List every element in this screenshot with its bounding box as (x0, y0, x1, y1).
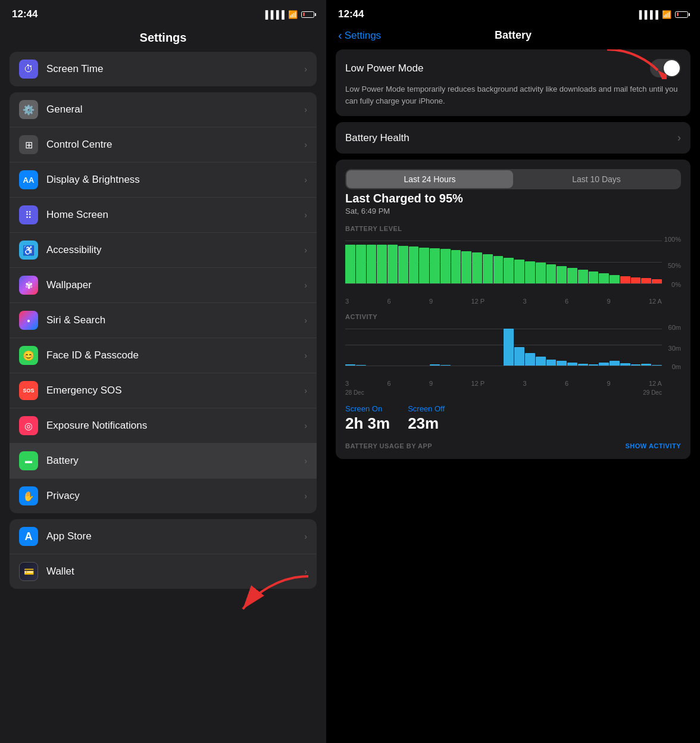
show-activity-label: SHOW ACTIVITY (626, 442, 681, 449)
activity-chart-label: ACTIVITY (345, 313, 681, 320)
right-status-icons: ▐▐▐▐ 📶 (636, 10, 688, 19)
exposure-label: Exposure Notifications (46, 420, 299, 432)
wallpaper-icon: ✾ (19, 276, 38, 295)
usage-by-app-label: BATTERY USAGE BY APP (345, 442, 432, 449)
right-panel: 12:44 ▐▐▐▐ 📶 ‹ Settings Battery Low Powe… (326, 0, 700, 743)
low-power-wrapper: Low Power Mode Low Power Mode temporaril… (336, 49, 690, 116)
activity-y-30: 30m (668, 345, 681, 352)
siri-item[interactable]: ● Siri & Search › (10, 303, 317, 338)
appstore-item[interactable]: A App Store › (10, 519, 317, 554)
screen-time-chevron: › (304, 64, 307, 74)
siri-label: Siri & Search (46, 314, 299, 326)
battery-x-labels: 3 6 9 12 P 3 6 9 12 A (345, 298, 681, 305)
accessibility-icon: ♿ (19, 241, 38, 260)
right-page-title: Battery (495, 29, 532, 42)
activity-chart: 60m 30m 0m (345, 324, 681, 377)
right-status-bar: 12:44 ▐▐▐▐ 📶 (326, 0, 700, 26)
left-panel: 12:44 ▐▐▐▐ 📶 Settings ⏱ Screen Time › (0, 0, 326, 743)
wallet-item[interactable]: 💳 Wallet › (10, 554, 317, 589)
home-screen-label: Home Screen (46, 209, 299, 221)
sos-label: Emergency SOS (46, 385, 299, 397)
right-battery-icon (675, 11, 688, 18)
sos-item[interactable]: SOS Emergency SOS › (10, 373, 317, 408)
siri-icon: ● (19, 311, 38, 330)
home-screen-item[interactable]: ⠿ Home Screen › (10, 198, 317, 233)
display-item[interactable]: AA Display & Brightness › (10, 163, 317, 198)
wifi-icon: 📶 (288, 10, 298, 19)
screen-off-value: 23m (408, 414, 445, 433)
accessibility-item[interactable]: ♿ Accessibility › (10, 233, 317, 268)
battery-item-icon: ▬ (19, 451, 38, 470)
last-charged-title: Last Charged to 95% (345, 192, 681, 205)
battery-icon (301, 11, 314, 18)
y-label-100: 100% (664, 236, 681, 243)
y-label-50: 50% (668, 262, 681, 269)
general-item[interactable]: ⚙️ General › (10, 92, 317, 127)
tab-24h[interactable]: Last 24 Hours (346, 170, 513, 188)
privacy-icon: ✋ (19, 486, 38, 505)
wallpaper-label: Wallpaper (46, 279, 299, 291)
right-content: Low Power Mode Low Power Mode temporaril… (326, 49, 700, 743)
main-settings-group: ⚙️ General › ⊞ Control Centre › AA Displ… (10, 92, 317, 513)
faceid-icon: 😊 (19, 346, 38, 365)
screen-on-stat: Screen On 2h 3m (345, 404, 390, 433)
right-wifi-icon: 📶 (662, 10, 671, 19)
battery-item[interactable]: ▬ Battery › (10, 444, 317, 479)
screen-off-stat: Screen Off 23m (408, 404, 445, 433)
last-charged-subtitle: Sat, 6:49 PM (345, 207, 681, 216)
faceid-label: Face ID & Passcode (46, 349, 299, 361)
back-chevron-icon: ‹ (338, 29, 342, 42)
left-page-title-bar: Settings (0, 26, 326, 52)
screen-on-value: 2h 3m (345, 414, 390, 433)
tab-selector: Last 24 Hours Last 10 Days (345, 169, 681, 189)
battery-label: Battery (46, 455, 299, 467)
sos-icon: SOS (19, 381, 38, 400)
screen-off-label: Screen Off (408, 404, 445, 413)
screen-time-group: ⏱ Screen Time › (10, 52, 317, 86)
toggle-knob (664, 60, 680, 76)
screen-stats: Screen On 2h 3m Screen Off 23m (345, 404, 681, 433)
screen-time-icon: ⏱ (19, 60, 38, 79)
privacy-item[interactable]: ✋ Privacy › (10, 479, 317, 513)
bottom-group: A App Store › 💳 Wallet › (10, 519, 317, 589)
back-button[interactable]: ‹ Settings (338, 29, 381, 42)
faceid-item[interactable]: 😊 Face ID & Passcode › (10, 338, 317, 373)
tab-10d[interactable]: Last 10 Days (513, 170, 680, 188)
privacy-label: Privacy (46, 490, 299, 502)
display-icon: AA (19, 170, 38, 189)
screen-time-item[interactable]: ⏱ Screen Time › (10, 52, 317, 86)
bottom-labels: BATTERY USAGE BY APP SHOW ACTIVITY (345, 438, 681, 449)
control-centre-item[interactable]: ⊞ Control Centre › (10, 127, 317, 163)
battery-chart-label: BATTERY LEVEL (345, 225, 681, 232)
wallet-icon: 💳 (19, 562, 38, 581)
wallpaper-item[interactable]: ✾ Wallpaper › (10, 268, 317, 303)
chart-section: Last 24 Hours Last 10 Days Last Charged … (336, 160, 690, 459)
battery-health-row[interactable]: Battery Health › (336, 122, 690, 154)
left-status-time: 12:44 (12, 8, 38, 20)
low-power-description: Low Power Mode temporarily reduces backg… (345, 83, 681, 107)
left-status-bar: 12:44 ▐▐▐▐ 📶 (0, 0, 326, 26)
wallet-label: Wallet (46, 566, 299, 577)
activity-y-60: 60m (668, 324, 681, 331)
appstore-icon: A (19, 527, 38, 546)
battery-health-label: Battery Health (345, 132, 410, 144)
battery-health-chevron: › (677, 132, 681, 144)
exposure-icon: ◎ (19, 416, 38, 435)
right-battery-fill (677, 13, 679, 16)
back-label: Settings (345, 30, 381, 42)
display-label: Display & Brightness (46, 174, 299, 186)
accessibility-label: Accessibility (46, 244, 299, 256)
low-power-toggle[interactable] (650, 59, 681, 77)
left-status-icons: ▐▐▐▐ 📶 (262, 10, 314, 19)
exposure-item[interactable]: ◎ Exposure Notifications › (10, 408, 317, 444)
control-centre-label: Control Centre (46, 139, 299, 151)
activity-x-dates: 28 Dec 29 Dec (345, 389, 681, 396)
battery-bars (345, 241, 662, 283)
settings-list: ⏱ Screen Time › ⚙️ General › ⊞ Control C… (0, 52, 326, 743)
activity-x-labels: 3 6 9 12 P 3 6 9 12 A (345, 380, 681, 387)
control-centre-icon: ⊞ (19, 135, 38, 154)
right-status-time: 12:44 (338, 8, 364, 20)
activity-y-0: 0m (672, 363, 681, 370)
home-screen-icon: ⠿ (19, 205, 38, 224)
activity-bar-area (345, 329, 662, 366)
